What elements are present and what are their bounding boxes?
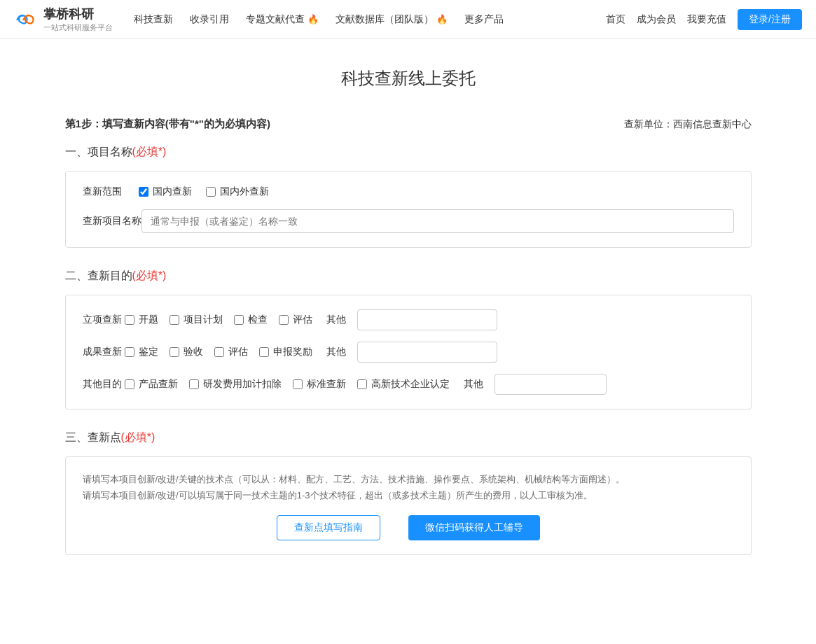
purpose-option-gaoxin[interactable]: 高新技术企业认定 [357,378,450,391]
nav-item-shouluyin[interactable]: 收录引用 [190,13,229,26]
purpose-row3-options: 产品查新 研发费用加计扣除 标准查新 高新技术企业认定 其他 [125,374,734,395]
row3-other-label: 其他 [464,378,483,391]
section2-title-required: (必填*) [132,270,167,281]
scope-row: 查新范围 国内查新 国内外查新 [83,186,734,198]
novelty-desc2-text: 请填写本项目创新/改进/可以填写属于同一技术主题的1-3个技术特征，超出（或多技… [83,487,734,503]
wechat-button[interactable]: 微信扫码获得人工辅导 [408,515,540,540]
nav-item-chaxin[interactable]: 科技查新 [134,13,173,26]
purpose-row1-options: 开题 项目计划 检查 评估 其他 [125,309,734,330]
checkbox-biaozhun[interactable] [293,379,303,389]
purpose-option-jiangli[interactable]: 申报奖励 [259,346,312,358]
purpose-option-chanpin[interactable]: 产品查新 [125,378,178,391]
logo-graphic-icon [14,10,39,29]
checkbox-xiangmujihua[interactable] [170,315,179,325]
purpose-option-biaozhun[interactable]: 标准查新 [293,378,346,391]
nav-item-zhuanti[interactable]: 专题文献代查 🔥 [246,13,319,26]
nav-item-wenxian[interactable]: 文献数据库（团队版） 🔥 [336,13,448,26]
purpose-row2-label: 成果查新 [83,346,125,358]
project-name-input[interactable] [141,209,734,233]
scope-checkbox-group: 国内查新 国内外查新 [139,186,269,198]
header-link-recharge[interactable]: 我要充值 [687,13,726,26]
nav-item-gengduo[interactable]: 更多产品 [464,13,504,26]
logo-area: 掌桥科研 一站式科研服务平台 [14,6,113,33]
purpose-option-xiangmujihua[interactable]: 项目计划 [170,314,223,326]
unit-info: 查新单位：西南信息查新中心 [624,118,752,131]
checkbox-pinggu1[interactable] [279,315,289,325]
purpose-option-pinggu1[interactable]: 评估 [279,314,312,326]
step-label: 第1步：填写查新内容(带有"*"的为必填内容) [65,118,270,131]
row2-other-input[interactable] [357,342,497,363]
content-area: 科技查新线上委托 第1步：填写查新内容(带有"*"的为必填内容) 查新单位：西南… [23,39,794,604]
purpose-row2-options: 鉴定 验收 评估 申报奖励 其他 [125,342,734,363]
logo-main-text: 掌桥科研 [43,6,113,22]
section1-title: 一、项目名称(必填*) [65,145,752,160]
checkbox-domestic[interactable]: 国内查新 [139,186,192,198]
checkbox-jianding[interactable] [125,347,134,357]
header-left: 掌桥科研 一站式科研服务平台 科技查新 收录引用 专题文献代查 🔥 文献数据库（… [14,6,504,33]
hot-icon-zhuanti: 🔥 [307,14,319,24]
section1-card: 查新范围 国内查新 国内外查新 查新项目名称 [65,171,752,248]
step-header: 第1步：填写查新内容(带有"*"的为必填内容) 查新单位：西南信息查新中心 [65,118,752,131]
purpose-option-yanshou[interactable]: 验收 [170,346,203,358]
section2-card: 立项查新 开题 项目计划 检查 [65,295,752,410]
novelty-btn-row: 查新点填写指南 微信扫码获得人工辅导 [83,515,734,540]
checkbox-gaoxin[interactable] [357,379,367,389]
section2-title: 二、查新目的(必填*) [65,269,752,284]
logo-icon: 掌桥科研 一站式科研服务平台 [14,6,113,33]
main-wrapper: 科技查新线上委托 第1步：填写查新内容(带有"*"的为必填内容) 查新单位：西南… [0,39,816,644]
purpose-row3: 其他目的 产品查新 研发费用加计扣除 标准查新 [83,374,734,395]
novelty-desc1-text: 请填写本项目创新/改进/关键的技术点（可以从：材料、配方、工艺、方法、技术措施、… [83,471,734,487]
section3-title-required: (必填*) [121,431,155,443]
nav-zhuanti-label: 专题文献代查 [246,13,305,26]
checkbox-pinggu2[interactable] [214,347,224,357]
label-biaozhun: 标准查新 [307,378,346,391]
purpose-row3-label: 其他目的 [83,378,125,391]
purpose-option-jianding[interactable]: 鉴定 [125,346,158,358]
login-button[interactable]: 登录/注册 [738,9,802,30]
checkbox-jiancha[interactable] [234,315,244,325]
label-pinggu1: 评估 [293,314,312,326]
checkbox-yanfa[interactable] [189,379,199,389]
nav-menu: 科技查新 收录引用 专题文献代查 🔥 文献数据库（团队版） 🔥 更多产品 [134,13,504,26]
purpose-option-jiancha[interactable]: 检查 [234,314,268,326]
checkbox-intl-input[interactable] [206,187,216,197]
label-xiangmujihua: 项目计划 [184,314,223,326]
label-jiancha: 检查 [248,314,268,326]
header-link-member[interactable]: 成为会员 [637,13,676,26]
section3-title: 三、查新点(必填*) [65,430,752,445]
label-jiangli: 申报奖励 [273,346,312,358]
purpose-option-pinggu2[interactable]: 评估 [214,346,248,358]
label-chanpin: 产品查新 [139,378,178,391]
purpose-row1-label: 立项查新 [83,314,125,326]
section1-title-required: (必填*) [132,146,167,158]
header: 掌桥科研 一站式科研服务平台 科技查新 收录引用 专题文献代查 🔥 文献数据库（… [0,0,816,39]
nav-wenxian-label: 文献数据库（团队版） [336,13,434,26]
header-right: 首页 成为会员 我要充值 登录/注册 [606,9,802,30]
purpose-row2: 成果查新 鉴定 验收 评估 [83,342,734,363]
project-name-row: 查新项目名称 [83,209,734,233]
label-yanfa: 研发费用加计扣除 [203,378,282,391]
purpose-row1: 立项查新 开题 项目计划 检查 [83,309,734,330]
row1-other-input[interactable] [357,309,497,330]
row3-other-input[interactable] [495,374,607,395]
header-link-home[interactable]: 首页 [606,13,625,26]
checkbox-intl[interactable]: 国内外查新 [206,186,269,198]
section1-title-prefix: 一、项目名称 [65,146,132,158]
checkbox-jiangli[interactable] [259,347,269,357]
checkbox-chanpin[interactable] [125,379,134,389]
page-title: 科技查新线上委托 [65,67,752,90]
purpose-option-kaiti[interactable]: 开题 [125,314,158,326]
checkbox-kaiti[interactable] [125,315,134,325]
guide-button[interactable]: 查新点填写指南 [277,515,380,540]
label-jianding: 鉴定 [139,346,158,358]
novelty-desc1: 请填写本项目创新/改进/关键的技术点（可以从：材料、配方、工艺、方法、技术措施、… [83,471,734,504]
section3-title-prefix: 三、查新点 [65,431,121,443]
hot-icon-wenxian: 🔥 [436,14,448,24]
checkbox-domestic-input[interactable] [139,187,148,197]
checkbox-domestic-label: 国内查新 [153,186,192,198]
purpose-option-yanfa[interactable]: 研发费用加计扣除 [189,378,282,391]
scope-label: 查新范围 [83,186,139,198]
checkbox-yanshou[interactable] [170,347,179,357]
logo-text: 掌桥科研 一站式科研服务平台 [43,6,113,33]
section3-card: 请填写本项目创新/改进/关键的技术点（可以从：材料、配方、工艺、方法、技术措施、… [65,456,752,555]
